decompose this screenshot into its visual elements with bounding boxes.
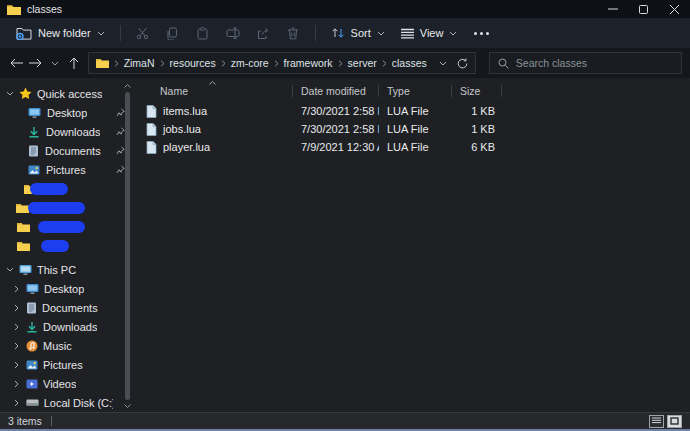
chevron-down-icon bbox=[377, 31, 385, 36]
search-box[interactable] bbox=[489, 52, 682, 74]
file-size: 1 KB bbox=[452, 105, 502, 117]
scroll-down-icon[interactable] bbox=[124, 402, 131, 410]
lua-file-icon bbox=[146, 141, 157, 154]
redacted-label-scribble bbox=[41, 240, 69, 252]
recent-locations-button[interactable] bbox=[46, 52, 64, 74]
file-row-jobs-lua[interactable]: jobs.lua 7/30/2021 2:58 PM LUA File 1 KB bbox=[133, 120, 690, 138]
more-options-button[interactable] bbox=[466, 32, 497, 35]
breadcrumb-segment[interactable]: framework bbox=[284, 57, 333, 69]
sidebar-item-pc-local-disk-c[interactable]: Local Disk (C:) bbox=[0, 393, 133, 412]
maximize-button[interactable] bbox=[628, 0, 659, 18]
chevron-down-icon[interactable] bbox=[5, 91, 14, 96]
new-folder-button[interactable]: New folder bbox=[9, 21, 112, 45]
document-icon bbox=[28, 145, 39, 157]
cut-icon[interactable] bbox=[129, 21, 157, 45]
sort-button[interactable]: Sort bbox=[324, 21, 392, 45]
sidebar-item-documents[interactable]: Documents bbox=[0, 141, 133, 160]
column-header-type[interactable]: Type bbox=[379, 83, 452, 99]
search-input[interactable] bbox=[516, 57, 673, 69]
column-header-size[interactable]: Size bbox=[452, 83, 502, 99]
breadcrumb-separator-icon bbox=[382, 60, 387, 67]
breadcrumb-segment[interactable]: server bbox=[348, 57, 377, 69]
file-row-player-lua[interactable]: player.lua 7/9/2021 12:30 AM LUA File 6 … bbox=[133, 138, 690, 156]
this-pc-icon bbox=[19, 264, 32, 276]
pictures-icon bbox=[26, 359, 38, 371]
file-type: LUA File bbox=[379, 123, 452, 135]
delete-icon[interactable] bbox=[279, 21, 307, 45]
sidebar-item-this-pc[interactable]: This PC bbox=[0, 260, 133, 279]
file-row-items-lua[interactable]: items.lua 7/30/2021 2:58 PM LUA File 1 K… bbox=[133, 102, 690, 120]
sidebar-item-desktop[interactable]: Desktop bbox=[0, 103, 133, 122]
breadcrumb-segment[interactable]: zm-core bbox=[231, 57, 269, 69]
minimize-button[interactable] bbox=[597, 0, 628, 18]
chevron-right-icon[interactable] bbox=[12, 399, 21, 407]
chevron-right-icon[interactable] bbox=[12, 304, 21, 312]
close-button[interactable] bbox=[659, 0, 690, 18]
window-controls bbox=[597, 0, 690, 18]
pictures-icon bbox=[28, 164, 40, 176]
titlebar: classes bbox=[0, 0, 690, 18]
sidebar-item-pictures[interactable]: Pictures bbox=[0, 160, 133, 179]
share-icon[interactable] bbox=[249, 21, 277, 45]
back-button[interactable] bbox=[8, 52, 26, 74]
window-title: classes bbox=[27, 3, 62, 15]
chevron-down-icon[interactable] bbox=[5, 267, 14, 272]
music-icon bbox=[26, 340, 38, 352]
scrollbar-thumb[interactable] bbox=[125, 92, 130, 400]
file-size: 6 KB bbox=[452, 141, 502, 153]
sidebar-item-redacted-folder[interactable] bbox=[0, 198, 133, 217]
sidebar-item-pc-videos[interactable]: Videos bbox=[0, 374, 133, 393]
sidebar-item-label: Music bbox=[43, 340, 72, 352]
view-button[interactable]: View bbox=[394, 21, 465, 45]
large-icons-view-button[interactable] bbox=[667, 415, 682, 428]
folder-icon bbox=[7, 4, 21, 15]
column-header-name[interactable]: Name bbox=[133, 83, 293, 99]
refresh-icon[interactable] bbox=[457, 58, 468, 69]
sidebar-item-pc-documents[interactable]: Documents bbox=[0, 298, 133, 317]
sidebar-item-redacted-folder[interactable] bbox=[0, 217, 133, 236]
main-area: Quick access Desktop Downloads Documents… bbox=[0, 78, 690, 412]
sidebar-item-pc-pictures[interactable]: Pictures bbox=[0, 355, 133, 374]
sidebar-item-downloads[interactable]: Downloads bbox=[0, 122, 133, 141]
chevron-down-icon bbox=[97, 31, 105, 36]
sidebar-item-pc-music[interactable]: Music bbox=[0, 336, 133, 355]
file-name: player.lua bbox=[163, 141, 210, 153]
address-bar[interactable]: ZimaN resources zm-core framework server… bbox=[88, 52, 476, 74]
chevron-right-icon[interactable] bbox=[12, 380, 21, 388]
sidebar-item-redacted-folder[interactable] bbox=[0, 236, 133, 255]
sidebar-item-label: Pictures bbox=[43, 359, 83, 371]
sidebar-item-pc-desktop[interactable]: Desktop bbox=[0, 279, 133, 298]
paste-icon[interactable] bbox=[189, 21, 217, 45]
chevron-right-icon[interactable] bbox=[12, 323, 21, 331]
chevron-right-icon[interactable] bbox=[12, 361, 21, 369]
breadcrumb-segment[interactable]: resources bbox=[170, 57, 216, 69]
chevron-right-icon[interactable] bbox=[12, 285, 21, 293]
file-date-modified: 7/30/2021 2:58 PM bbox=[293, 123, 379, 135]
toolbar-divider bbox=[120, 25, 121, 41]
chevron-right-icon[interactable] bbox=[12, 342, 21, 350]
command-toolbar: New folder Sort bbox=[0, 18, 690, 48]
rename-icon[interactable] bbox=[219, 21, 247, 45]
up-button[interactable] bbox=[65, 52, 83, 74]
sidebar-item-pc-downloads[interactable]: Downloads bbox=[0, 317, 133, 336]
breadcrumb-segment[interactable]: ZimaN bbox=[124, 57, 155, 69]
sidebar-item-redacted-folder[interactable] bbox=[0, 179, 133, 198]
forward-button[interactable] bbox=[27, 52, 45, 74]
sidebar-item-label: Pictures bbox=[46, 164, 86, 176]
breadcrumb-segment[interactable]: classes bbox=[392, 57, 427, 69]
file-type: LUA File bbox=[379, 105, 452, 117]
sidebar-item-label: Local Disk (C:) bbox=[44, 397, 113, 409]
sidebar-item-quick-access[interactable]: Quick access bbox=[0, 84, 133, 103]
sort-ascending-icon bbox=[209, 81, 216, 85]
sidebar-scrollbar[interactable] bbox=[123, 82, 132, 410]
column-header-date-modified[interactable]: Date modified bbox=[293, 83, 379, 99]
sidebar-item-label: Desktop bbox=[47, 107, 87, 119]
sidebar-item-label: Videos bbox=[43, 378, 76, 390]
document-icon bbox=[26, 302, 37, 314]
breadcrumb-separator-icon bbox=[274, 60, 279, 67]
scroll-up-icon[interactable] bbox=[124, 82, 131, 90]
lua-file-icon bbox=[146, 123, 157, 136]
copy-icon[interactable] bbox=[159, 21, 187, 45]
details-view-button[interactable] bbox=[649, 415, 664, 428]
address-dropdown-icon[interactable] bbox=[439, 61, 447, 66]
